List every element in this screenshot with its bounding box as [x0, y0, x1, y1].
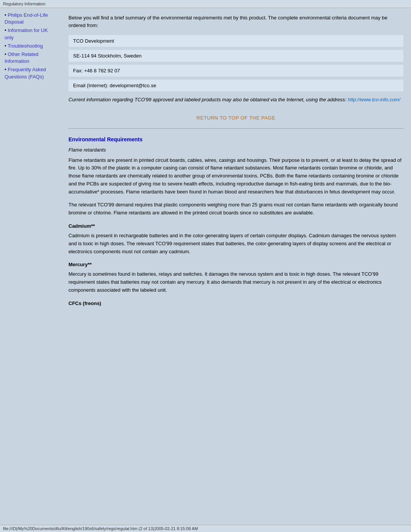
tco-line1: TCO Development: [73, 38, 399, 44]
sidebar-item-1: Philips End-of-Life Disposal: [3, 12, 58, 26]
sidebar-link-3[interactable]: Troubleshooting: [8, 43, 43, 49]
main-layout: Philips End-of-Life Disposal Information…: [0, 8, 411, 525]
sidebar-link-2[interactable]: Information for UK only: [5, 27, 48, 40]
return-to-top-link[interactable]: RETURN TO TOP OF THE PAGE: [196, 115, 275, 121]
sidebar-item-3: Troubleshooting: [3, 43, 58, 50]
title-bar: Regulatory Information: [0, 0, 411, 8]
sidebar-link-4[interactable]: Other Related Information: [5, 51, 38, 64]
sidebar-item-2: Information for UK only: [3, 27, 58, 41]
italic-note: Current information regarding TCO'99 app…: [68, 96, 403, 104]
tco-line2: SE-114 94 Stockholm, Sweden: [73, 53, 399, 59]
env-requirements-title: Environmental Requirements: [68, 136, 403, 142]
italic-note-text: Current information regarding TCO'99 app…: [68, 97, 348, 102]
tco-email-block: Email (Internet): development@tco.se: [68, 80, 403, 91]
mercury-para: Mercury is sometimes found in batteries,…: [68, 270, 403, 294]
title-text: Regulatory Information: [3, 2, 45, 6]
return-to-top-section: RETURN TO TOP OF THE PAGE: [68, 115, 403, 121]
sidebar-link-5[interactable]: Frequently Asked Questions (FAQs): [5, 67, 46, 79]
tco-development-block: TCO Development: [68, 35, 403, 47]
sidebar: Philips End-of-Life Disposal Information…: [0, 8, 61, 525]
tco-address-block: SE-114 94 Stockholm, Sweden: [68, 50, 403, 62]
intro-paragraph: Below you will find a brief summary of t…: [68, 14, 403, 29]
flame-retardants-para1: Flame retardants are present in printed …: [68, 157, 403, 196]
sidebar-nav-list: Philips End-of-Life Disposal Information…: [3, 12, 58, 80]
mercury-title: Mercury**: [68, 262, 403, 267]
cadmium-title: Cadmium**: [68, 223, 403, 229]
flame-retardants-para2: The relevant TCO'99 demand requires that…: [68, 201, 403, 217]
tco-fax-block: Fax: +46 8 782 92 07: [68, 65, 403, 77]
flame-retardants-subtitle: Flame retardants: [68, 147, 403, 153]
sidebar-item-4: Other Related Information: [3, 51, 58, 65]
tco-line4: Email (Internet): development@tco.se: [73, 83, 399, 88]
sidebar-link-1[interactable]: Philips End-of-Life Disposal: [5, 12, 48, 25]
horizontal-divider: [68, 128, 403, 129]
main-content: Below you will find a brief summary of t…: [61, 8, 411, 525]
sidebar-item-5: Frequently Asked Questions (FAQs): [3, 66, 58, 80]
tco-info-link[interactable]: http://www.tco-info.com/: [348, 97, 400, 102]
tco-line3: Fax: +46 8 782 92 07: [73, 68, 399, 73]
cadmium-para: Cadmium is present in rechargeable batte…: [68, 232, 403, 256]
cfcs-title: CFCs (freons): [68, 300, 403, 306]
